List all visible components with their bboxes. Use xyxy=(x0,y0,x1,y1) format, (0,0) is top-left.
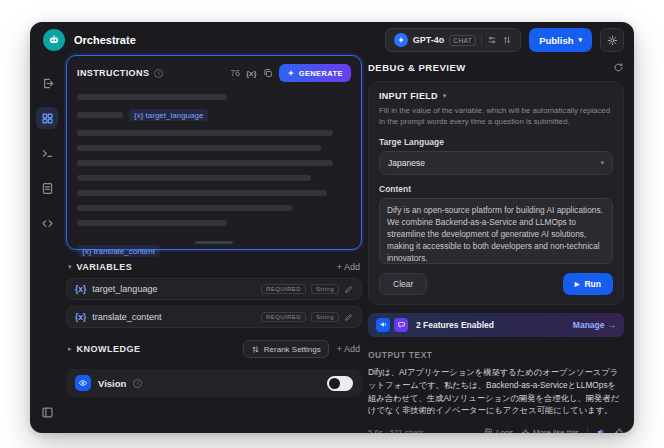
output-footer: 5.6s · 521 chars Logs More like this xyxy=(368,427,624,433)
vision-feature-row: Vision xyxy=(66,369,362,397)
variable-token-icon: {x} xyxy=(75,312,86,322)
instructions-actions: 76 {x} GENERATE xyxy=(231,64,351,82)
header: Orchestrate GPT-4o CHAT Publish ▾ xyxy=(30,22,634,58)
arrow-right-icon: → xyxy=(608,320,617,330)
variable-name: target_language xyxy=(92,284,157,294)
conversation-icon xyxy=(394,318,408,332)
debug-title: DEBUG & PREVIEW xyxy=(368,62,466,73)
divider xyxy=(587,427,588,433)
publish-button[interactable]: Publish ▾ xyxy=(529,28,592,52)
skeleton-line xyxy=(77,190,327,196)
info-icon xyxy=(154,69,163,78)
orchestrate-panel: INSTRUCTIONS 76 {x} GENERATE xyxy=(66,55,362,397)
features-banner: 2 Features Enabled Manage → xyxy=(368,313,624,337)
variable-name: translate_content xyxy=(92,312,161,322)
play-icon: ▶ xyxy=(575,280,580,287)
rail-api-icon[interactable] xyxy=(36,212,58,234)
run-button[interactable]: ▶ Run xyxy=(563,273,613,295)
rail-orchestrate-icon[interactable] xyxy=(36,107,58,129)
add-variable-button[interactable]: + Add xyxy=(337,262,360,272)
output-stats: 5.6s · 521 chars xyxy=(368,428,424,433)
required-badge: REQUIRED xyxy=(261,284,306,294)
type-badge: String xyxy=(311,312,339,322)
run-label: Run xyxy=(584,279,601,289)
target-language-select[interactable]: Japanese ▾ xyxy=(379,151,613,175)
input-field-card: INPUT FIELD ▾ Fill in the value of the v… xyxy=(368,81,624,305)
page-title: Orchestrate xyxy=(74,34,136,46)
instructions-title: INSTRUCTIONS xyxy=(77,68,149,78)
features-count-text: 2 Features Enabled xyxy=(416,320,494,330)
skeleton-line xyxy=(77,160,333,166)
chevron-down-icon: ▾ xyxy=(600,159,604,167)
rail-logs-icon[interactable] xyxy=(36,177,58,199)
clear-button[interactable]: Clear xyxy=(379,273,427,295)
edit-icon[interactable] xyxy=(344,313,353,322)
left-rail xyxy=(30,58,64,433)
content-label: Content xyxy=(379,184,613,194)
speaker-icon[interactable] xyxy=(596,427,606,433)
variable-chip-translate-content[interactable]: {x} translate_content xyxy=(77,245,160,257)
header-actions: GPT-4o CHAT Publish ▾ xyxy=(385,28,624,52)
app-logo-icon xyxy=(43,29,65,51)
target-language-label: Targe Language xyxy=(379,137,613,147)
more-like-this-button[interactable]: More like this xyxy=(521,428,579,433)
sliders-icon[interactable] xyxy=(487,35,497,45)
char-count: 76 xyxy=(231,68,240,78)
logs-button[interactable]: Logs xyxy=(484,428,513,433)
input-field-header[interactable]: INPUT FIELD ▾ xyxy=(379,91,613,101)
info-icon xyxy=(133,379,142,388)
content-input[interactable]: Dify is an open-source platform for buil… xyxy=(379,198,613,264)
add-knowledge-button[interactable]: + Add xyxy=(337,344,360,354)
debug-header: DEBUG & PREVIEW xyxy=(368,62,624,73)
vision-toggle[interactable] xyxy=(327,376,353,391)
settings-button[interactable] xyxy=(600,28,624,52)
instructions-editor[interactable]: INSTRUCTIONS 76 {x} GENERATE xyxy=(66,55,362,250)
instructions-header: INSTRUCTIONS 76 {x} GENERATE xyxy=(77,64,351,82)
rail-panel-icon[interactable] xyxy=(36,401,58,423)
skeleton-line xyxy=(77,94,227,100)
thumbs-up-icon[interactable] xyxy=(614,427,624,433)
publish-label: Publish xyxy=(539,35,573,46)
rerank-settings-button[interactable]: Rerank Settings xyxy=(243,340,329,358)
input-field-description: Fill in the value of the variable, which… xyxy=(379,106,613,128)
skeleton-line xyxy=(77,145,321,151)
rail-back-icon[interactable] xyxy=(36,72,58,94)
rerank-label: Rerank Settings xyxy=(264,345,321,354)
output-title: OUTPUT TEXT xyxy=(368,350,624,360)
scrollbar[interactable] xyxy=(195,241,233,244)
variable-row-target-language[interactable]: {x} target_language REQUIRED String xyxy=(66,278,362,300)
prompt-skeleton: {x} target_language {x} translate_conten… xyxy=(77,94,351,257)
model-icon xyxy=(394,33,408,47)
skeleton-line xyxy=(77,175,311,181)
copy-icon[interactable] xyxy=(263,68,273,78)
insert-variable-icon[interactable]: {x} xyxy=(246,69,257,78)
generate-button[interactable]: GENERATE xyxy=(279,64,351,82)
model-selector[interactable]: GPT-4o CHAT xyxy=(385,28,521,52)
rail-terminal-icon[interactable] xyxy=(36,142,58,164)
eye-icon xyxy=(75,375,91,391)
skeleton-line xyxy=(77,220,227,226)
variable-token-icon: {x} xyxy=(75,284,86,294)
swap-icon[interactable] xyxy=(502,35,512,45)
variable-row-translate-content[interactable]: {x} translate_content REQUIRED String xyxy=(66,306,362,328)
variables-header[interactable]: ▾ VARIABLES + Add xyxy=(66,262,362,272)
output-text: Difyは、AIアプリケーションを構築するためのオープンソースプラットフォームで… xyxy=(368,366,624,417)
model-name: GPT-4o xyxy=(413,35,445,45)
divider xyxy=(481,34,482,46)
edit-icon[interactable] xyxy=(344,285,353,294)
model-mode-badge: CHAT xyxy=(449,35,476,46)
text-to-speech-icon xyxy=(376,318,390,332)
knowledge-header[interactable]: ▸ KNOWLEDGE Rerank Settings + Add xyxy=(66,340,362,358)
chevron-down-icon: ▾ xyxy=(578,36,582,44)
refresh-icon[interactable] xyxy=(613,62,624,73)
target-language-value: Japanese xyxy=(388,158,425,168)
required-badge: REQUIRED xyxy=(261,312,306,322)
skeleton-line xyxy=(77,205,293,211)
output-section: OUTPUT TEXT Difyは、AIアプリケーションを構築するためのオープン… xyxy=(368,350,624,433)
knowledge-title: KNOWLEDGE xyxy=(77,344,141,354)
manage-features-button[interactable]: Manage → xyxy=(573,320,616,330)
variable-chip-target-language[interactable]: {x} target_language xyxy=(129,109,208,121)
generate-label: GENERATE xyxy=(299,69,343,78)
vision-label: Vision xyxy=(98,378,126,389)
type-badge: String xyxy=(311,284,339,294)
